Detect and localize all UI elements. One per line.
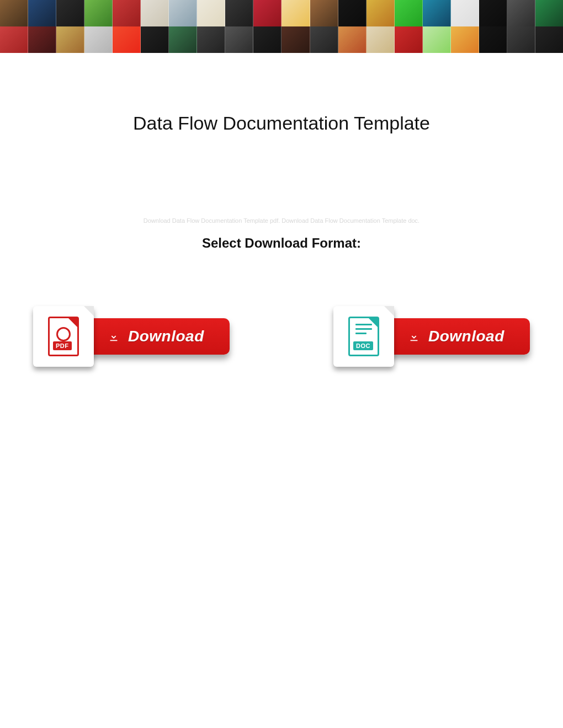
collage-tile	[28, 26, 56, 53]
doc-icon-label: DOC	[353, 341, 373, 350]
select-format-heading: Select Download Format:	[0, 235, 563, 251]
pdf-icon-label: PDF	[53, 341, 72, 350]
download-doc-label: Download	[428, 328, 504, 345]
collage-tile	[0, 26, 28, 53]
collage-tile	[451, 0, 479, 26]
download-doc-button[interactable]: Download	[381, 318, 530, 355]
collage-tile	[479, 26, 507, 53]
collage-tile	[113, 0, 141, 26]
collage-tile	[423, 26, 451, 53]
collage-tile	[84, 0, 113, 26]
collage-tile	[338, 0, 367, 26]
collage-tile	[169, 26, 197, 53]
download-row: PDF Download DOC	[33, 306, 530, 367]
doc-file-icon: DOC	[333, 306, 394, 367]
collage-tile	[479, 0, 507, 26]
collage-tile	[535, 0, 563, 26]
collage-tile	[310, 26, 338, 53]
collage-tile	[113, 26, 141, 53]
collage-tile	[253, 26, 282, 53]
download-doc[interactable]: DOC Download	[333, 306, 530, 367]
collage-tile	[56, 0, 84, 26]
collage-tile	[282, 26, 310, 53]
download-pdf-button[interactable]: Download	[81, 318, 230, 355]
collage-tile	[395, 0, 423, 26]
collage-tile	[84, 26, 113, 53]
collage-tile	[507, 0, 535, 26]
download-pdf[interactable]: PDF Download	[33, 306, 230, 367]
collage-tile	[0, 0, 28, 26]
collage-tile	[169, 0, 197, 26]
collage-tile	[395, 26, 423, 53]
collage-tile	[507, 26, 535, 53]
collage-tile	[197, 0, 225, 26]
collage-tile	[197, 26, 225, 53]
watermark-text: Download Data Flow Documentation Templat…	[0, 216, 563, 226]
collage-tile	[367, 0, 395, 26]
download-arrow-icon	[107, 330, 120, 343]
collage-tile	[338, 26, 367, 53]
collage-tile	[423, 0, 451, 26]
page-title: Data Flow Documentation Template	[0, 113, 563, 134]
collage-tile	[282, 0, 310, 26]
collage-tile	[310, 0, 338, 26]
pdf-file-icon: PDF	[33, 306, 94, 367]
collage-tile	[367, 26, 395, 53]
header-collage	[0, 0, 563, 53]
download-pdf-label: Download	[128, 328, 204, 345]
collage-tile	[56, 26, 84, 53]
collage-tile	[451, 26, 479, 53]
collage-tile	[141, 0, 169, 26]
collage-tile	[225, 0, 253, 26]
collage-tile	[535, 26, 563, 53]
collage-tile	[253, 0, 282, 26]
collage-tile	[141, 26, 169, 53]
collage-tile	[28, 0, 56, 26]
collage-tile	[225, 26, 253, 53]
download-arrow-icon	[407, 330, 421, 343]
